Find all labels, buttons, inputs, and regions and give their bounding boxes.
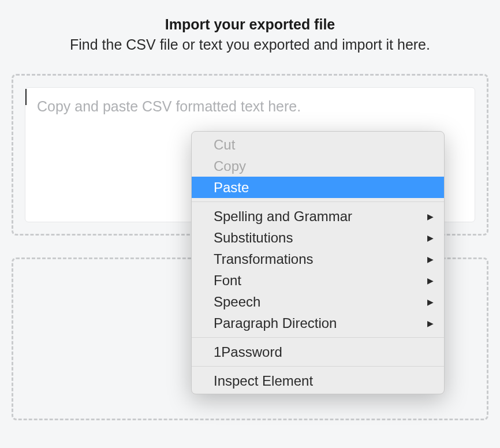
csv-textarea-placeholder: Copy and paste CSV formatted text here. xyxy=(37,98,301,114)
context-menu-item-substitutions[interactable]: Substitutions▶ xyxy=(192,227,444,248)
context-menu-item-label: Paste xyxy=(214,180,249,196)
chevron-right-icon: ▶ xyxy=(427,212,434,221)
context-menu: CutCopyPasteSpelling and Grammar▶Substit… xyxy=(191,131,445,394)
context-menu-item-label: Transformations xyxy=(214,251,314,267)
context-menu-separator xyxy=(192,366,444,367)
context-menu-item-label: 1Password xyxy=(214,344,282,360)
chevron-right-icon: ▶ xyxy=(427,233,434,242)
context-menu-item-font[interactable]: Font▶ xyxy=(192,270,444,291)
context-menu-item-label: Font xyxy=(214,272,241,289)
header: Import your exported file Find the CSV f… xyxy=(0,0,500,65)
text-cursor xyxy=(25,89,27,105)
context-menu-item-transformations[interactable]: Transformations▶ xyxy=(192,248,444,270)
context-menu-item-label: Inspect Element xyxy=(214,373,313,389)
context-menu-item-paragraph-direction[interactable]: Paragraph Direction▶ xyxy=(192,312,444,334)
context-menu-item-spelling-and-grammar[interactable]: Spelling and Grammar▶ xyxy=(192,206,444,227)
chevron-right-icon: ▶ xyxy=(427,297,434,307)
page-title: Import your exported file xyxy=(0,16,500,33)
context-menu-item-inspect-element[interactable]: Inspect Element xyxy=(192,370,444,391)
context-menu-separator xyxy=(192,201,444,202)
context-menu-item-label: Speech xyxy=(214,294,260,310)
context-menu-item-cut: Cut xyxy=(192,134,444,155)
chevron-right-icon: ▶ xyxy=(427,276,434,285)
context-menu-item-label: Copy xyxy=(214,158,246,174)
context-menu-item-label: Spelling and Grammar xyxy=(214,208,352,225)
context-menu-separator xyxy=(192,337,444,338)
context-menu-item-copy: Copy xyxy=(192,155,444,177)
chevron-right-icon: ▶ xyxy=(427,319,434,328)
context-menu-item-speech[interactable]: Speech▶ xyxy=(192,291,444,312)
chevron-right-icon: ▶ xyxy=(427,255,434,264)
context-menu-item-1password[interactable]: 1Password xyxy=(192,341,444,363)
page-subtitle: Find the CSV file or text you exported a… xyxy=(0,36,500,53)
context-menu-item-label: Paragraph Direction xyxy=(214,315,337,331)
context-menu-item-label: Substitutions xyxy=(214,230,293,246)
context-menu-item-paste[interactable]: Paste xyxy=(192,177,444,198)
context-menu-item-label: Cut xyxy=(214,137,235,153)
